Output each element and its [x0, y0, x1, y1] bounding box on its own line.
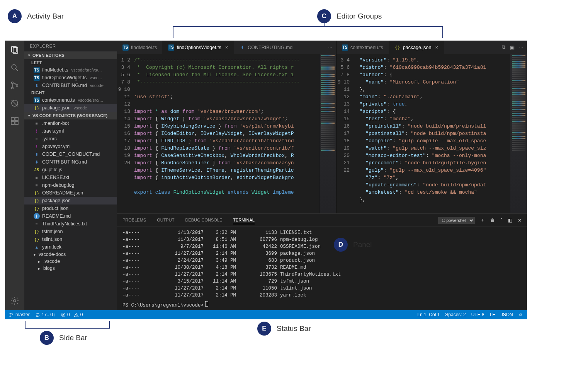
- activity-bar: [5, 41, 24, 310]
- file-row[interactable]: !.travis.yml: [24, 127, 117, 135]
- code-right[interactable]: "version": "1.19.0", "distro": "610ca699…: [353, 54, 510, 213]
- ts-icon: TS: [122, 44, 129, 51]
- file-row[interactable]: { }tslint.json: [24, 235, 117, 243]
- panel-tab[interactable]: TERMINAL: [233, 216, 255, 224]
- callout-a: AActivity Bar: [8, 9, 64, 23]
- json-icon: { }: [34, 236, 40, 242]
- compare-changes-icon[interactable]: ⧉: [502, 44, 505, 50]
- callout-d: DPanel: [334, 238, 372, 252]
- close-icon[interactable]: ×: [435, 44, 438, 50]
- file-row[interactable]: ≡ThirdPartyNotices.txt: [24, 220, 117, 228]
- panel-new-terminal-icon[interactable]: ＋: [480, 217, 485, 223]
- sidebar-title: EXPLORER: [24, 41, 117, 51]
- panel-tab[interactable]: DEBUG CONSOLE: [185, 216, 222, 224]
- file-row[interactable]: JSgulpfile.js: [24, 166, 117, 174]
- status-errors[interactable]: 0 0: [61, 312, 83, 317]
- file-row[interactable]: TScontextmenu.tsvscode/src/...: [24, 96, 117, 104]
- panel-maximize-icon[interactable]: ˄: [500, 218, 503, 223]
- status-spaces[interactable]: Spaces: 2: [445, 312, 466, 317]
- open-editors-left-label: LEFT: [24, 59, 117, 66]
- status-encoding[interactable]: UTF-8: [471, 312, 484, 317]
- lock-icon: ▲: [34, 244, 40, 250]
- split-editor-icon[interactable]: ▣: [510, 44, 515, 50]
- json-icon: { }: [34, 105, 40, 111]
- file-row[interactable]: { }package.jsonvscode: [24, 104, 117, 112]
- editor-area: TSfindModel.tsTSfindOptionsWidget.ts×⬇CO…: [117, 41, 527, 310]
- activity-extensions-icon[interactable]: [9, 116, 20, 126]
- generic-icon: ≡: [34, 182, 40, 188]
- file-row[interactable]: ≡.mention-bot: [24, 119, 117, 127]
- svg-point-15: [10, 316, 10, 317]
- yml-icon: !: [34, 143, 40, 150]
- status-eol[interactable]: LF: [490, 312, 495, 317]
- file-row[interactable]: ▲yarn.lock: [24, 243, 117, 251]
- file-row[interactable]: ⬇CONTRIBUTING.mdvscode: [24, 82, 117, 89]
- status-sync[interactable]: 17↓ 0↑: [35, 312, 55, 317]
- js-icon: JS: [34, 167, 40, 173]
- svg-point-2: [12, 65, 16, 69]
- terminal-row: -a----11/3/20178:51 AM607796npm-debug.lo…: [122, 236, 522, 243]
- file-row[interactable]: ⬇CODE_OF_CONDUCT.md: [24, 150, 117, 158]
- status-lncol[interactable]: Ln 1, Col 1: [417, 312, 440, 317]
- json-icon: { }: [34, 198, 40, 204]
- folder-row[interactable]: ▸.vscode: [24, 258, 117, 265]
- terminal-selector[interactable]: 1: powershell: [438, 217, 475, 224]
- editor-tab[interactable]: TSfindOptionsWidget.ts×: [163, 41, 234, 54]
- file-row[interactable]: { }product.json: [24, 205, 117, 212]
- svg-rect-10: [15, 118, 18, 121]
- terminal-row: -a----9/7/201711:46 AM42422OSSREADME.jso…: [122, 243, 522, 250]
- terminal-row: -a----11/27/20172:14 PM11050tslint.json: [122, 285, 522, 292]
- panel-tab[interactable]: OUTPUT: [157, 216, 174, 224]
- editor-tab[interactable]: { }package.json×: [389, 41, 444, 54]
- editor-tab[interactable]: TSfindModel.ts: [117, 41, 163, 54]
- file-row[interactable]: { }tsfmt.json: [24, 228, 117, 235]
- tab-overflow-icon[interactable]: ···: [519, 45, 523, 50]
- minimap-right[interactable]: [510, 54, 527, 213]
- activity-search-icon[interactable]: [9, 62, 20, 73]
- file-row[interactable]: ⬇CONTRIBUTING.md: [24, 158, 117, 166]
- svg-point-13: [14, 300, 16, 302]
- panel-close-icon[interactable]: ✕: [518, 218, 522, 223]
- panel-kill-terminal-icon[interactable]: 🗑: [490, 218, 495, 223]
- editor-tab[interactable]: ⬇CONTRIBUTING.md: [234, 41, 298, 54]
- folder-row[interactable]: ▾vscode-docs: [24, 251, 117, 258]
- activity-scm-icon[interactable]: [9, 80, 20, 91]
- terminal-row: -a----2/24/20173:49 PM683product.json: [122, 257, 522, 264]
- folder-row[interactable]: ▸blogs: [24, 265, 117, 272]
- close-icon[interactable]: ×: [225, 44, 228, 50]
- editor-tab[interactable]: TScontextmenu.ts: [336, 41, 389, 54]
- file-row[interactable]: !appveyor.yml: [24, 143, 117, 150]
- ts-icon: TS: [34, 75, 40, 81]
- file-row[interactable]: TSfindOptionsWidget.tsvsco...: [24, 74, 117, 82]
- file-row[interactable]: ≡.yarnrc: [24, 135, 117, 143]
- minimap-left[interactable]: [319, 54, 336, 213]
- file-row[interactable]: iREADME.md: [24, 212, 117, 220]
- file-row[interactable]: { }package.json: [24, 197, 117, 205]
- file-row[interactable]: TSfindModel.tsvscode/src/vs/...: [24, 66, 117, 74]
- section-workspace[interactable]: ▾VS CODE PROJECTS (WORKSPACE): [24, 112, 117, 119]
- file-row[interactable]: ≡LICENSE.txt: [24, 174, 117, 181]
- activity-settings-icon[interactable]: [9, 295, 20, 306]
- panel-tab[interactable]: PROBLEMS: [122, 216, 146, 224]
- file-row[interactable]: { }OSSREADME.json: [24, 189, 117, 197]
- terminal-row: -a----11/27/20172:14 PM103675ThirdPartyN…: [122, 271, 522, 278]
- code-left[interactable]: /*--------------------------------------…: [134, 54, 319, 213]
- editor-group-left: TSfindModel.tsTSfindOptionsWidget.ts×⬇CO…: [117, 41, 336, 213]
- status-feedback-icon[interactable]: ☺: [518, 312, 523, 317]
- json-icon: { }: [34, 205, 40, 211]
- terminal[interactable]: -a----1/13/20173:32 PM1133LICENSE.txt-a-…: [117, 227, 527, 310]
- panel-toggle-icon[interactable]: ◧: [508, 218, 512, 223]
- panel: PROBLEMSOUTPUTDEBUG CONSOLETERMINAL 1: p…: [117, 213, 527, 310]
- txt-icon: ≡: [34, 174, 40, 181]
- status-language[interactable]: JSON: [501, 312, 513, 317]
- status-branch[interactable]: master: [9, 312, 30, 317]
- ts-icon: TS: [34, 67, 40, 73]
- activity-explorer-icon[interactable]: [9, 44, 20, 55]
- gutter-left: 1 2 3 4 5 6 7 8 9 10 11 12 13 14 15 16 1…: [117, 54, 134, 213]
- tab-overflow-icon[interactable]: ···: [328, 45, 332, 50]
- activity-debug-icon[interactable]: [9, 98, 20, 109]
- file-row[interactable]: ≡npm-debug.log: [24, 181, 117, 189]
- side-bar: EXPLORER ▾OPEN EDITORS LEFT TSfindModel.…: [24, 41, 117, 310]
- ts-icon: TS: [168, 44, 174, 51]
- section-open-editors[interactable]: ▾OPEN EDITORS: [24, 51, 117, 59]
